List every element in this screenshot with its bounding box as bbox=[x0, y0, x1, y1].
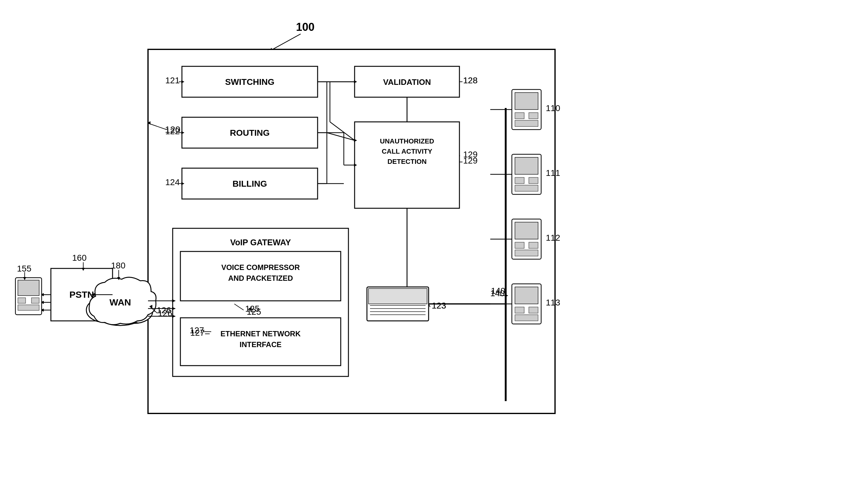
svg-rect-34 bbox=[515, 93, 538, 110]
svg-rect-49 bbox=[515, 250, 538, 256]
ref-126-label: 126 bbox=[158, 308, 173, 318]
ethernet-line1: ETHERNET NETWORK bbox=[220, 330, 301, 338]
svg-rect-40 bbox=[515, 157, 538, 174]
switching-label: SWITCHING bbox=[225, 77, 274, 87]
unauthorized-line3: DETECTION bbox=[387, 158, 427, 166]
svg-line-0 bbox=[270, 34, 301, 51]
svg-rect-37 bbox=[515, 120, 538, 126]
svg-rect-41 bbox=[515, 177, 524, 184]
voice-comp-line1: VOICE COMPRESSOR bbox=[221, 263, 300, 271]
wan-label: WAN bbox=[110, 297, 131, 307]
svg-rect-54 bbox=[529, 307, 538, 313]
svg-rect-53 bbox=[515, 307, 524, 313]
svg-rect-90 bbox=[18, 298, 26, 303]
svg-rect-47 bbox=[515, 242, 524, 248]
ref-140-label: 140 bbox=[491, 286, 505, 296]
svg-rect-42 bbox=[529, 177, 538, 184]
ref-122: 122 bbox=[165, 126, 180, 136]
ref-128-label: 128 bbox=[463, 76, 477, 85]
ref-129-label: 129 bbox=[463, 156, 477, 166]
ref-110: 110 bbox=[546, 103, 560, 113]
svg-rect-91 bbox=[31, 298, 39, 303]
ref-113: 113 bbox=[546, 298, 560, 307]
ref-123-label: 123 bbox=[432, 301, 446, 310]
ref-121: 121 bbox=[165, 76, 180, 85]
validation-label: VALIDATION bbox=[383, 78, 431, 87]
svg-rect-52 bbox=[515, 287, 538, 304]
svg-rect-30 bbox=[369, 289, 427, 304]
unauthorized-line1: UNAUTHORIZED bbox=[380, 137, 434, 145]
ref-160: 160 bbox=[72, 253, 87, 263]
svg-rect-36 bbox=[529, 113, 538, 119]
ref-111: 111 bbox=[546, 168, 560, 178]
handset-155 bbox=[16, 278, 42, 315]
ref-155: 155 bbox=[17, 264, 31, 273]
pstn-label: PSTN bbox=[69, 290, 94, 300]
ref-124: 124 bbox=[165, 177, 180, 187]
svg-rect-48 bbox=[529, 242, 538, 248]
ref-112: 112 bbox=[546, 233, 560, 242]
ref-180: 180 bbox=[111, 261, 125, 270]
svg-rect-55 bbox=[515, 315, 538, 321]
diagram: 100 120 SWITCHING 121 ROUTING 122 BILLIN… bbox=[0, 0, 868, 477]
voice-comp-line2: AND PACKETIZED bbox=[228, 274, 293, 282]
svg-rect-43 bbox=[515, 185, 538, 191]
billing-label: BILLING bbox=[232, 179, 267, 188]
ref-127-label: 127 bbox=[190, 328, 205, 337]
ref-100-label: 100 bbox=[296, 21, 314, 33]
svg-rect-35 bbox=[515, 113, 524, 119]
ethernet-line2: INTERFACE bbox=[240, 340, 281, 349]
voip-gateway-label: VoIP GATEWAY bbox=[230, 238, 291, 247]
svg-rect-46 bbox=[515, 222, 538, 239]
unauthorized-line2: CALL ACTIVITY bbox=[382, 147, 432, 155]
svg-rect-89 bbox=[18, 280, 39, 296]
routing-label: ROUTING bbox=[230, 128, 270, 138]
svg-rect-92 bbox=[18, 305, 39, 310]
